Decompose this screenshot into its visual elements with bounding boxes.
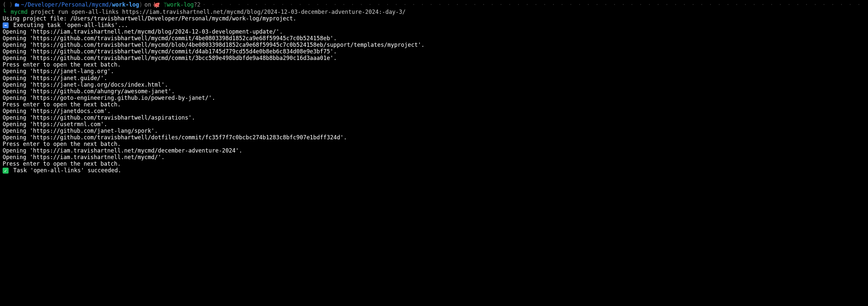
output-line: Opening 'https://github.com/ahungry/awes… [3,88,865,95]
command-args: project run open-all-links https://iam.t… [31,8,406,15]
output-line: Opening 'https://iam.travishartnell.net/… [3,147,865,154]
command-name: mycmd [11,8,28,15]
folder-icon: 🖿 [14,1,20,8]
output-line: Opening 'https://github.com/janet-lang/s… [3,128,865,134]
output-line: Press enter to open the next batch. [3,61,865,68]
output-line: Opening 'https://github.com/travisbhartw… [3,134,865,141]
command-line[interactable]: └ mycmd project run open-all-links https… [3,8,865,15]
output-line: Opening 'https://janet-lang.org'. [3,68,865,74]
exec-message: Executing task 'open-all-links'... [10,22,128,28]
check-icon: ✓ [3,168,8,174]
output-line: Press enter to open the next batch. [3,161,865,167]
prompt-path-parent: ~/Developer/Personal/mycmd/ [21,1,112,8]
prompt-arrow-icon: └ [3,8,6,15]
git-branch-name: work-log [167,1,194,8]
git-branch-status: ?2 [194,1,200,8]
prompt-close-bracket-1: ) [9,1,12,8]
output-line: Opening 'https://iam.travishartnell.net/… [3,28,865,35]
prompt-path-leaf: work-log [112,1,139,8]
arrow-right-icon: ➡ [3,23,8,28]
output-line: Opening 'https://janetdocs.com'. [3,108,865,114]
output-line: Opening 'https://github.com/travisbhartw… [3,114,865,121]
output-line: Opening 'https://janet.guide/'. [3,75,865,81]
output-success-line: ✓ Task 'open-all-links' succeeded. [3,167,865,174]
output-line: Opening 'https://github.com/travisbhartw… [3,41,865,48]
output-line: Opening 'https://goto-engineering.github… [3,95,865,101]
output-line: Opening 'https://github.com/travisbhartw… [3,48,865,55]
output-line: Opening 'https://janet-lang.org/docs/ind… [3,81,865,88]
prompt-dots-filler: · · · · · · · · · · · · · · · · · · · · … [203,1,865,8]
prompt-on: on [145,1,151,8]
git-branch-icon: 🐙 ᛘ [153,1,166,8]
output-line: Opening 'https://github.com/travisbhartw… [3,55,865,61]
prompt-close-paren-2: ) [139,1,143,8]
shell-prompt: ( ) 🖿 ~/Developer/Personal/mycmd/work-lo… [3,1,865,8]
output-exec-line: ➡ Executing task 'open-all-links'... [3,22,865,28]
prompt-open-bracket: ( [3,1,6,8]
output-line: Opening 'https://usetrmnl.com'. [3,121,865,128]
output-line: Press enter to open the next batch. [3,141,865,147]
success-message: Task 'open-all-links' succeeded. [10,167,121,174]
output-line: Opening 'https://github.com/travisbhartw… [3,35,865,41]
output-line: Press enter to open the next batch. [3,101,865,108]
output-line: Using project file: /Users/travisbhartwe… [3,15,865,22]
output-line: Opening 'https://iam.travishartnell.net/… [3,154,865,161]
